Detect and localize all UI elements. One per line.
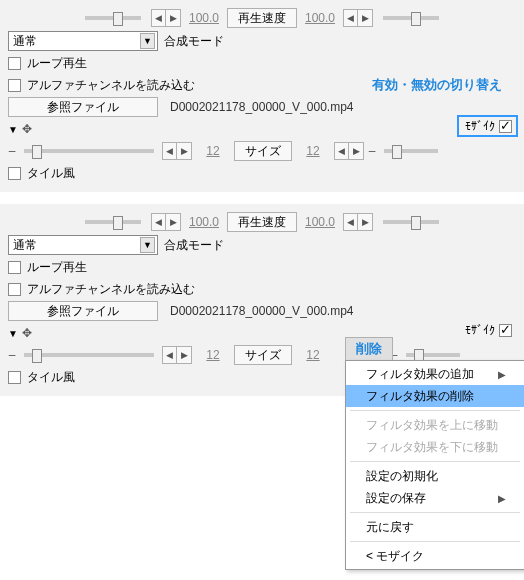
speed-slider-left[interactable] [85,220,141,224]
ref-file-button[interactable]: 参照ファイル [8,301,158,321]
size-button[interactable]: サイズ [234,345,292,365]
size-value-left[interactable]: 12 [196,144,230,158]
speed-label-button[interactable]: 再生速度 [227,8,297,28]
speed-slider-left[interactable] [85,16,141,20]
minus-icon: – [8,144,16,158]
mosaic-checkbox[interactable] [499,324,512,337]
mosaic-checkbox[interactable] [499,120,512,133]
chevron-down-icon: ▼ [140,33,155,49]
speed-stepper-left[interactable]: ◀▶ [151,9,181,27]
size-value-left[interactable]: 12 [196,348,230,362]
size-value-right[interactable]: 12 [296,144,330,158]
mosaic-label: ﾓｻﾞｲｸ [465,323,495,337]
speed-value-left[interactable]: 100.0 [187,11,221,25]
size-slider-left[interactable] [24,353,154,357]
speed-slider-right[interactable] [383,220,439,224]
speed-stepper-right[interactable]: ◀▶ [343,213,373,231]
blend-mode-select[interactable]: 通常 ▼ [8,31,158,51]
loop-label: ループ再生 [27,259,87,276]
blend-mode-select[interactable]: 通常 ▼ [8,235,158,255]
submenu-arrow-icon: ▶ [498,369,506,380]
mosaic-toggle-box[interactable]: ﾓｻﾞｲｸ [459,321,516,339]
tile-label: タイル風 [27,165,75,182]
alpha-label: アルファチャンネルを読み込む [27,281,195,298]
ref-file-button[interactable]: 参照ファイル [8,97,158,117]
filename-text: D0002021178_00000_V_000.mp4 [170,100,354,114]
size-slider-right[interactable] [406,353,460,357]
speed-stepper-left[interactable]: ◀▶ [151,213,181,231]
size-stepper-right[interactable]: ◀▶ [334,142,364,160]
size-slider-right[interactable] [384,149,438,153]
size-stepper-left[interactable]: ◀▶ [162,346,192,364]
blend-mode-value: 通常 [13,237,140,254]
size-slider-left[interactable] [24,149,154,153]
size-stepper-left[interactable]: ◀▶ [162,142,192,160]
speed-value-right[interactable]: 100.0 [303,11,337,25]
tile-checkbox[interactable] [8,371,21,384]
menu-remove-filter[interactable]: フィルタ効果の削除 [346,385,524,407]
context-menu: フィルタ効果の追加▶ フィルタ効果の削除 フィルタ効果を上に移動 フィルタ効果を… [345,360,524,408]
collapse-toggle[interactable]: ▼ [8,124,18,135]
delete-annotation: 削除 [345,337,393,361]
cursor-icon: ✥ [20,326,34,340]
menu-add-filter[interactable]: フィルタ効果の追加▶ [346,363,524,385]
alpha-checkbox[interactable] [8,283,21,296]
speed-value-left[interactable]: 100.0 [187,215,221,229]
speed-value-right[interactable]: 100.0 [303,215,337,229]
mosaic-toggle-box[interactable]: ﾓｻﾞｲｸ [457,115,518,137]
toggle-annotation: 有効・無効の切り替え [372,76,502,94]
filename-text: D0002021178_00000_V_000.mp4 [170,304,354,318]
speed-label-button[interactable]: 再生速度 [227,212,297,232]
loop-label: ループ再生 [27,55,87,72]
chevron-down-icon: ▼ [140,237,155,253]
panel-top: ◀▶ 100.0 再生速度 100.0 ◀▶ 通常 ▼ 合成モード ループ再生 … [0,0,524,192]
alpha-label: アルファチャンネルを読み込む [27,77,195,94]
cursor-icon: ✥ [20,122,34,136]
tile-label: タイル風 [27,369,75,386]
loop-checkbox[interactable] [8,57,21,70]
loop-checkbox[interactable] [8,261,21,274]
minus-icon: – [8,348,16,362]
blend-mode-value: 通常 [13,33,140,50]
mosaic-label: ﾓｻﾞｲｸ [465,119,495,133]
alpha-checkbox[interactable] [8,79,21,92]
blend-mode-label: 合成モード [164,33,224,50]
collapse-toggle[interactable]: ▼ [8,328,18,339]
speed-stepper-right[interactable]: ◀▶ [343,9,373,27]
minus-icon: – [368,144,376,158]
size-value-right[interactable]: 12 [296,348,330,362]
tile-checkbox[interactable] [8,167,21,180]
blend-mode-label: 合成モード [164,237,224,254]
size-button[interactable]: サイズ [234,141,292,161]
speed-slider-right[interactable] [383,16,439,20]
